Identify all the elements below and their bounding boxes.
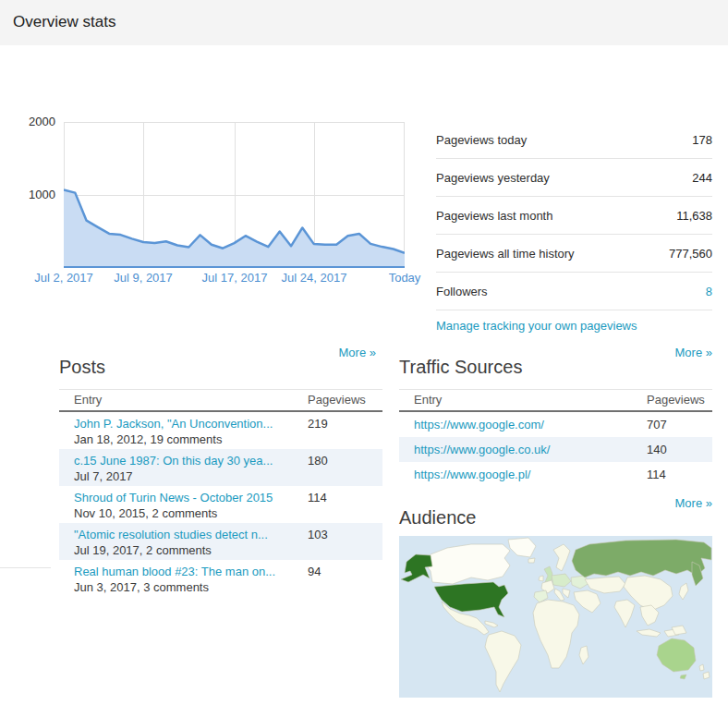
pageviews-chart-panel: 10002000 Jul 2, 2017Jul 9, 2017Jul 17, 2… — [0, 102, 434, 286]
traffic-url-link[interactable]: https://www.google.com/ — [414, 418, 544, 432]
stat-label: Pageviews last month — [436, 209, 552, 223]
post-row: John P. Jackson, "An Unconvention...Jan … — [59, 412, 382, 449]
traffic-rows: https://www.google.com/707https://www.go… — [399, 412, 712, 487]
traffic-row: https://www.google.com/707 — [399, 412, 712, 437]
stat-value: 777,560 — [669, 247, 712, 261]
posts-rows: John P. Jackson, "An Unconvention...Jan … — [59, 412, 382, 597]
column-header-entry: Entry — [399, 393, 647, 407]
traffic-heading: Traffic Sources — [399, 357, 522, 378]
x-axis-label: Jul 9, 2017 — [114, 271, 173, 285]
x-axis-label: Today — [389, 271, 421, 285]
stat-value: 11,638 — [676, 209, 712, 223]
audience-more-link[interactable]: More » — [675, 496, 712, 510]
world-map — [399, 536, 712, 698]
left-divider — [0, 567, 51, 568]
traffic-url-link[interactable]: https://www.google.co.uk/ — [414, 443, 550, 456]
post-pageviews: 103 — [308, 527, 382, 560]
post-entry: John P. Jackson, "An Unconvention...Jan … — [59, 416, 308, 449]
posts-table-header: Entry Pageviews — [59, 389, 382, 412]
posts-heading: Posts — [59, 357, 105, 378]
traffic-url-link[interactable]: https://www.google.pl/ — [414, 468, 530, 481]
stat-label: Pageviews all time history — [436, 247, 575, 261]
posts-table: Entry Pageviews John P. Jackson, "An Unc… — [59, 389, 382, 597]
traffic-more-link[interactable]: More » — [675, 346, 712, 359]
post-row: Real human blood #23: The man on...Jun 3… — [59, 560, 382, 597]
traffic-row: https://www.google.co.uk/140 — [399, 437, 712, 462]
x-axis-label: Jul 2, 2017 — [34, 271, 93, 285]
stat-row: Pageviews today178 — [436, 121, 712, 159]
post-title-link[interactable]: John P. Jackson, "An Unconvention... — [74, 416, 308, 432]
post-pageviews: 94 — [308, 564, 382, 597]
y-axis-label: 2000 — [28, 115, 55, 128]
stat-row: Pageviews all time history777,560 — [436, 235, 712, 273]
post-title-link[interactable]: Shroud of Turin News - October 2015 — [74, 490, 308, 505]
post-row: "Atomic resolution studies detect n...Ju… — [59, 523, 382, 560]
traffic-pageviews: 140 — [647, 443, 712, 456]
post-entry: c.15 June 1987: On this day 30 yea...Jul… — [59, 453, 308, 486]
post-row: c.15 June 1987: On this day 30 yea...Jul… — [59, 449, 382, 486]
stat-row: Followers8 — [436, 273, 712, 310]
post-title-link[interactable]: "Atomic resolution studies detect n... — [74, 527, 308, 542]
post-meta: Jul 7, 2017 — [74, 468, 308, 484]
y-axis-label: 1000 — [28, 188, 55, 201]
column-header-entry: Entry — [59, 393, 308, 407]
map-iceland — [528, 558, 535, 563]
stat-row: Pageviews last month11,638 — [436, 197, 712, 235]
post-entry: Shroud of Turin News - October 2015Nov 1… — [59, 490, 308, 523]
stat-row: Pageviews yesterday244 — [436, 159, 712, 197]
posts-more-link[interactable]: More » — [339, 346, 376, 359]
traffic-pageviews: 114 — [647, 468, 712, 481]
traffic-entry: https://www.google.co.uk/ — [399, 443, 647, 456]
overview-stats-page: Overview stats 10002000 Jul 2, 2017Jul 9… — [0, 0, 728, 705]
stat-label: Followers — [436, 285, 488, 298]
stats-panel: Pageviews today178Pageviews yesterday244… — [436, 121, 712, 333]
traffic-pageviews: 707 — [647, 418, 712, 432]
post-meta: Jul 19, 2017, 2 comments — [74, 542, 308, 558]
post-meta: Jun 3, 2017, 3 comments — [74, 579, 308, 595]
map-ireland — [539, 576, 543, 581]
post-title-link[interactable]: c.15 June 1987: On this day 30 yea... — [74, 453, 308, 468]
stats-list: Pageviews today178Pageviews yesterday244… — [436, 121, 712, 310]
pageviews-chart — [64, 122, 405, 268]
post-meta: Jan 18, 2012, 19 comments — [74, 432, 308, 447]
stat-value: 244 — [692, 171, 712, 185]
traffic-row: https://www.google.pl/114 — [399, 462, 712, 487]
x-axis-label: Jul 24, 2017 — [282, 271, 347, 285]
chart-x-axis: Jul 2, 2017Jul 9, 2017Jul 17, 2017Jul 24… — [64, 271, 405, 286]
stat-label: Pageviews yesterday — [436, 171, 550, 185]
post-title-link[interactable]: Real human blood #23: The man on... — [74, 564, 308, 579]
x-axis-label: Jul 17, 2017 — [202, 271, 268, 285]
post-pageviews: 180 — [308, 453, 382, 486]
traffic-table: Entry Pageviews https://www.google.com/7… — [399, 389, 712, 487]
audience-heading: Audience — [399, 507, 476, 529]
stat-value-link[interactable]: 8 — [706, 285, 712, 298]
stat-value: 178 — [692, 133, 712, 147]
post-pageviews: 219 — [308, 416, 382, 449]
chart-y-axis: 10002000 — [30, 122, 57, 268]
top-bar: Overview stats — [0, 0, 728, 45]
post-pageviews: 114 — [308, 490, 382, 523]
post-row: Shroud of Turin News - October 2015Nov 1… — [59, 486, 382, 523]
traffic-entry: https://www.google.com/ — [399, 418, 647, 432]
stat-label: Pageviews today — [436, 133, 527, 147]
map-russia — [572, 540, 711, 577]
manage-tracking-link[interactable]: Manage tracking your own pageviews — [436, 319, 637, 333]
column-header-pageviews: Pageviews — [647, 393, 712, 407]
traffic-table-header: Entry Pageviews — [399, 389, 712, 412]
post-meta: Nov 10, 2015, 2 comments — [74, 505, 308, 521]
column-header-pageviews: Pageviews — [308, 393, 382, 407]
page-title: Overview stats — [0, 0, 728, 31]
post-entry: Real human blood #23: The man on...Jun 3… — [59, 564, 308, 597]
traffic-entry: https://www.google.pl/ — [399, 468, 647, 481]
post-entry: "Atomic resolution studies detect n...Ju… — [59, 527, 308, 560]
